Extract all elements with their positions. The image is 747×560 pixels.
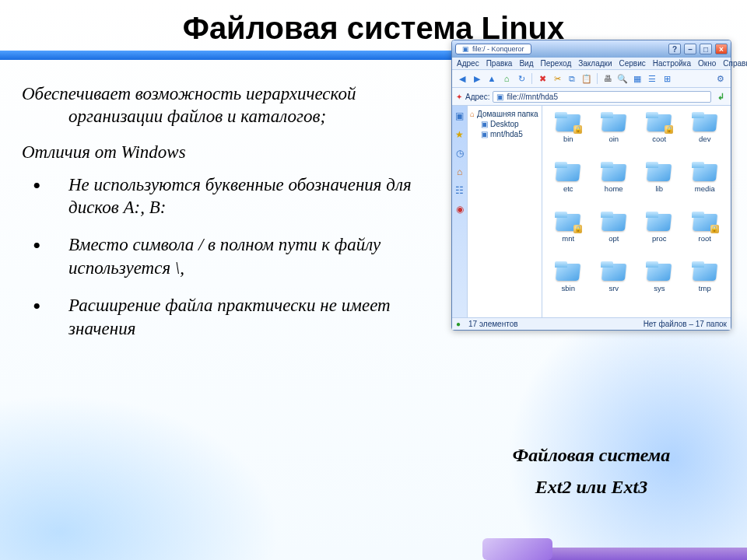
go-button[interactable]: ↲: [714, 90, 727, 103]
forward-icon[interactable]: ▶: [471, 72, 483, 85]
intro-text: Обеспечивает возможность иерархической о…: [22, 83, 436, 128]
address-bar: ✦ Адрес: ▣ file:///mnt/hda5 ↲: [452, 88, 731, 106]
folder-label: home: [605, 184, 623, 193]
folder-item[interactable]: etc: [547, 162, 590, 207]
window-title-tab: ▣ file:/ - Konqueror: [455, 44, 531, 54]
folder-item[interactable]: tmp: [684, 261, 727, 306]
file-manager-window: ▣ file:/ - Konqueror ? – □ × Адрес Правк…: [451, 40, 731, 331]
tree-item-label: Desktop: [490, 120, 519, 128]
folder-item[interactable]: 🔒coot: [638, 112, 681, 157]
print-icon[interactable]: 🖶: [601, 72, 614, 85]
folder-label: mnt: [562, 234, 574, 243]
tree-root-label: Домашняя папка: [477, 110, 538, 118]
separator: [597, 73, 598, 84]
differences-heading: Отличия от Windows: [22, 142, 436, 163]
folder-icon: 🔒: [555, 212, 581, 233]
tree-root[interactable]: ⌂ Домашняя папка: [470, 109, 539, 119]
status-right: Нет файлов – 17 папок: [644, 320, 727, 328]
folder-item[interactable]: dev: [684, 112, 727, 157]
close-button[interactable]: ×: [715, 44, 728, 54]
menu-go[interactable]: Переход: [541, 59, 572, 68]
folder-label: oin: [608, 135, 619, 143]
decorative-band: [0, 51, 451, 60]
cut-icon[interactable]: ✂: [551, 72, 563, 85]
maximize-button[interactable]: □: [700, 44, 712, 54]
folder-icon: [555, 162, 581, 183]
tree-item-desktop[interactable]: ▣ Desktop: [470, 119, 539, 129]
content-area: Обеспечивает возможность иерархической о…: [0, 60, 747, 503]
paste-icon[interactable]: 📋: [580, 72, 593, 85]
folder-label: media: [695, 184, 715, 193]
folder-label: srv: [608, 284, 619, 292]
folder-item[interactable]: 🔒bin: [547, 112, 590, 157]
tree-item-hda5[interactable]: ▣ mnt/hda5: [470, 129, 539, 139]
folder-icon[interactable]: ▣: [454, 110, 465, 121]
folder-item[interactable]: 🔒mnt: [547, 212, 590, 257]
home-icon: ⌂: [470, 110, 475, 118]
folder-label: sys: [654, 284, 665, 292]
menu-tools[interactable]: Сервис: [619, 59, 646, 68]
menu-address[interactable]: Адрес: [457, 59, 479, 68]
up-icon[interactable]: ▲: [486, 72, 498, 85]
menu-bookmarks[interactable]: Закладки: [578, 59, 612, 68]
folder-item[interactable]: home: [593, 162, 636, 207]
home-icon[interactable]: ⌂: [500, 72, 513, 85]
lock-icon: 🔒: [665, 125, 673, 134]
address-label: Адрес:: [465, 93, 489, 101]
separator: [531, 73, 532, 84]
view-icons-icon[interactable]: ▦: [631, 72, 644, 85]
clock-icon[interactable]: ◷: [454, 148, 465, 159]
star-icon[interactable]: ★: [454, 129, 465, 140]
intro-line2: организации файлов и каталогов;: [23, 106, 436, 128]
folder-icon: 🔒: [692, 212, 718, 233]
copy-icon[interactable]: ⧉: [566, 72, 578, 85]
folder-item[interactable]: sys: [638, 261, 681, 306]
tree-panel: ⌂ Домашняя папка ▣ Desktop ▣ mnt/hda5: [468, 106, 542, 317]
screenshot-column: ▣ file:/ - Konqueror ? – □ × Адрес Правк…: [444, 83, 739, 503]
folder-label: lib: [655, 184, 663, 193]
window-title-text: file:/ - Konqueror: [472, 45, 524, 53]
stop-icon[interactable]: ✖: [536, 72, 549, 85]
folder-icon: [646, 212, 672, 233]
view-list-icon[interactable]: ☰: [646, 72, 658, 85]
caption-line1: Файловая система: [513, 439, 671, 471]
address-bookmark-icon[interactable]: ✦: [456, 93, 462, 101]
folder-item[interactable]: opt: [593, 212, 636, 257]
folder-label: bin: [563, 135, 573, 143]
folder-icon: [692, 261, 718, 282]
network-icon[interactable]: ☷: [454, 185, 465, 196]
folder-item[interactable]: 🔒root: [684, 212, 727, 257]
folder-icon: [646, 162, 672, 183]
folder-item[interactable]: sbin: [547, 261, 590, 306]
zoom-in-icon[interactable]: 🔍: [616, 72, 629, 85]
help-button[interactable]: ?: [668, 44, 681, 54]
folder-item[interactable]: lib: [638, 162, 681, 207]
bullet-list: Не используются буквенные обозначения дл…: [22, 173, 436, 341]
home-icon[interactable]: ⌂: [454, 166, 465, 177]
folder-icon: 🔒: [555, 112, 581, 133]
toolbar: ◀ ▶ ▲ ⌂ ↻ ✖ ✂ ⧉ 📋 🖶 🔍 ▦ ☰ ⊞ ⚙: [452, 70, 731, 88]
minimize-button[interactable]: –: [684, 44, 696, 54]
menu-settings[interactable]: Настройка: [653, 59, 691, 68]
address-field[interactable]: ▣ file:///mnt/hda5: [493, 91, 711, 103]
menu-window[interactable]: Окно: [698, 59, 716, 68]
menubar: Адрес Правка Вид Переход Закладки Сервис…: [452, 58, 731, 70]
folder-item[interactable]: media: [684, 162, 727, 207]
folder-item[interactable]: oin: [593, 112, 636, 157]
folder-grid: 🔒binoin🔒cootdevetchomelibmedia🔒mntoptpro…: [542, 106, 731, 317]
view-tree-icon[interactable]: ⊞: [661, 72, 673, 85]
folder-item[interactable]: proc: [638, 212, 681, 257]
root-icon[interactable]: ◉: [454, 204, 465, 215]
intro-line1: Обеспечивает возможность иерархической: [22, 84, 356, 103]
folder-item[interactable]: srv: [593, 261, 636, 306]
back-icon[interactable]: ◀: [456, 72, 468, 85]
reload-icon[interactable]: ↻: [515, 72, 528, 85]
menu-edit[interactable]: Правка: [486, 59, 513, 68]
caption: Файловая система Ext2 или Ext3: [513, 439, 671, 503]
gear-icon[interactable]: ⚙: [714, 72, 727, 85]
folder-label: etc: [563, 184, 573, 193]
menu-view[interactable]: Вид: [519, 59, 533, 68]
menu-help[interactable]: Справка: [723, 59, 747, 68]
folder-icon: ▣: [481, 130, 488, 138]
file-manager-body: ▣ ★ ◷ ⌂ ☷ ◉ ⌂ Домашняя папка ▣ Desktop: [452, 106, 731, 317]
